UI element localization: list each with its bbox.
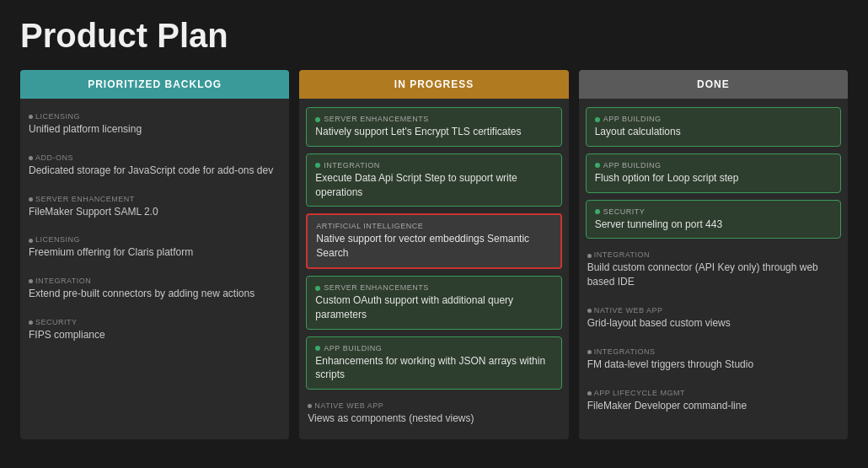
card-done-1: APP BUILDINGFlush option for Loop script… (586, 153, 841, 193)
card-dot-icon (595, 209, 600, 214)
card-dot-icon (315, 346, 320, 351)
card-title: Natively support Let's Encrypt TLS certi… (315, 125, 552, 139)
list-item-inprogress-5: NATIVE WEB APPViews as components (neste… (306, 396, 561, 431)
item-dot-icon (587, 254, 592, 258)
list-item-backlog-0: LICENSINGUnified platform licensing (27, 107, 282, 142)
item-dot-icon (308, 404, 312, 408)
item-category-label: ADD-ONs (29, 153, 281, 162)
item-title: Unified platform licensing (29, 122, 281, 137)
item-category-label: SERVER ENHANCEMENT (29, 195, 281, 203)
item-dot-icon (29, 279, 33, 283)
item-category-label: LICENSING (29, 112, 281, 121)
kanban-board: PRIORITIZED BACKLOGLICENSINGUnified plat… (20, 70, 848, 439)
item-dot-icon (587, 309, 592, 313)
list-item-backlog-2: SERVER ENHANCEMENTFileMaker Support SAML… (27, 190, 282, 224)
item-category-label: NATIVE WEB APP (587, 306, 839, 315)
item-title: FileMaker Support SAML 2.0 (29, 205, 281, 219)
card-category-label: APP BUILDING (595, 161, 832, 169)
column-body-inprogress: SERVER ENHANCEMENTSNatively support Let'… (299, 99, 568, 439)
card-title: Native support for vector embeddings Sem… (316, 232, 551, 261)
item-title: FIPS compliance (29, 328, 281, 342)
card-category-label: APP BUILDING (595, 115, 832, 123)
card-dot-icon (315, 163, 320, 168)
item-title: Dedicated storage for JavaScript code fo… (29, 164, 281, 178)
item-title: Extend pre-built connectors by adding ne… (29, 287, 281, 301)
item-title: Views as components (nested views) (308, 412, 560, 426)
card-category-label: ARTIFICIAL INTELLIGENCE (316, 222, 551, 230)
card-dot-icon (315, 286, 320, 291)
card-title: Server tunneling on port 443 (595, 218, 832, 232)
list-item-done-5: INTEGRATIONSFM data-level triggers throu… (586, 342, 841, 377)
item-dot-icon (29, 156, 33, 160)
card-dot-icon (315, 117, 320, 122)
item-title: Grid-layout based custom views (587, 316, 839, 331)
column-backlog: PRIORITIZED BACKLOGLICENSINGUnified plat… (20, 70, 289, 439)
item-title: Build custom connector (API Key only) th… (587, 261, 839, 289)
card-title: Custom OAuth support with additional que… (315, 293, 552, 322)
column-header-done: DONE (579, 70, 848, 99)
list-item-backlog-3: LICENSINGFreemium offering for Claris pl… (27, 230, 282, 265)
card-title: Execute Data Api Script Step to support … (315, 171, 552, 200)
card-category-label: SERVER ENHANCEMENTS (315, 283, 552, 292)
list-item-done-3: INTEGRATIONBuild custom connector (API K… (586, 245, 841, 294)
list-item-backlog-1: ADD-ONsDedicated storage for JavaScript … (27, 148, 282, 183)
item-title: FileMaker Developer command-line (587, 399, 839, 413)
item-category-label: APP LIFECYCLE MGMT (587, 389, 839, 397)
card-title: Layout calculations (595, 125, 832, 139)
column-inprogress: IN PROGRESSSERVER ENHANCEMENTSNatively s… (299, 70, 568, 439)
item-dot-icon (587, 350, 592, 354)
list-item-backlog-4: INTEGRATIONExtend pre-built connectors b… (27, 272, 282, 306)
item-dot-icon (29, 197, 33, 202)
item-category-label: SECURITY (29, 318, 281, 326)
column-done: DONEAPP BUILDINGLayout calculationsAPP B… (579, 70, 848, 439)
item-category-label: INTEGRATION (587, 250, 839, 259)
card-inprogress-3: SERVER ENHANCEMENTSCustom OAuth support … (306, 276, 561, 330)
card-inprogress-0: SERVER ENHANCEMENTSNatively support Let'… (306, 107, 561, 147)
item-dot-icon (29, 239, 33, 243)
list-item-done-4: NATIVE WEB APPGrid-layout based custom v… (586, 301, 841, 336)
card-category-label: INTEGRATION (315, 161, 552, 169)
card-inprogress-1: INTEGRATIONExecute Data Api Script Step … (306, 153, 561, 207)
item-category-label: INTEGRATION (29, 277, 281, 285)
column-header-inprogress: IN PROGRESS (299, 70, 568, 99)
list-item-backlog-5: SECURITYFIPS compliance (27, 313, 282, 347)
page-title: Product Plan (20, 17, 848, 55)
card-category-label: APP BUILDING (315, 344, 552, 352)
item-title: Freemium offering for Claris platform (29, 245, 281, 260)
card-dot-icon (595, 163, 600, 168)
item-category-label: INTEGRATIONS (587, 347, 839, 356)
item-dot-icon (29, 115, 33, 119)
item-category-label: NATIVE WEB APP (308, 401, 560, 410)
card-inprogress-2: ARTIFICIAL INTELLIGENCENative support fo… (306, 213, 561, 269)
card-category-label: SECURITY (595, 207, 832, 216)
item-category-label: LICENSING (29, 235, 281, 244)
column-body-done: APP BUILDINGLayout calculationsAPP BUILD… (579, 99, 848, 439)
item-dot-icon (29, 320, 33, 325)
item-title: FM data-level triggers through Studio (587, 358, 839, 372)
card-done-0: APP BUILDINGLayout calculations (586, 107, 841, 147)
card-done-2: SECURITYServer tunneling on port 443 (586, 200, 841, 239)
column-header-backlog: PRIORITIZED BACKLOG (20, 70, 289, 99)
list-item-done-6: APP LIFECYCLE MGMTFileMaker Developer co… (586, 384, 841, 418)
item-dot-icon (587, 391, 592, 395)
column-body-backlog: LICENSINGUnified platform licensingADD-O… (20, 99, 289, 439)
card-dot-icon (595, 117, 600, 122)
card-title: Flush option for Loop script step (595, 171, 832, 186)
card-title: Enhancements for working with JSON array… (315, 354, 552, 383)
card-category-label: SERVER ENHANCEMENTS (315, 115, 552, 123)
card-inprogress-4: APP BUILDINGEnhancements for working wit… (306, 336, 561, 390)
